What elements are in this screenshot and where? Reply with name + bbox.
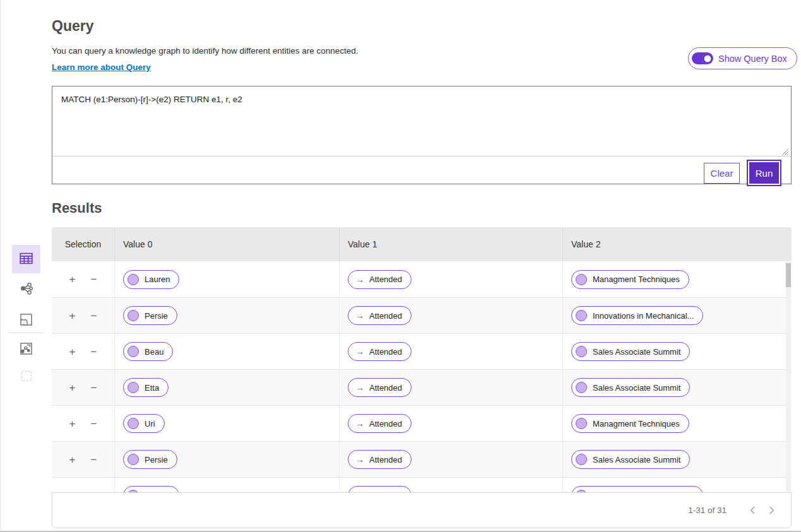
entity-label: Persie bbox=[145, 311, 168, 321]
entity-node-icon bbox=[128, 454, 139, 465]
results-table: Selection Value 0 Value 1 Value 2 + − La… bbox=[52, 227, 792, 492]
relationship-pill[interactable]: → Attended bbox=[348, 378, 412, 397]
column-header-value0: Value 0 bbox=[114, 227, 339, 261]
relationship-label: Attended bbox=[369, 455, 402, 464]
row-remove-button[interactable]: − bbox=[91, 418, 97, 429]
arrow-right-icon: → bbox=[355, 310, 364, 321]
arrow-right-icon: → bbox=[355, 418, 364, 429]
entity-node-icon bbox=[576, 418, 587, 429]
table-row: + − Persie → Attended Sales Associate Su… bbox=[52, 441, 792, 477]
relationship-pill[interactable]: → Attended bbox=[348, 270, 412, 289]
sidebar-item-link-chart-view[interactable] bbox=[12, 275, 40, 304]
entity-node-icon bbox=[128, 418, 139, 429]
sidebar-divider bbox=[8, 333, 44, 333]
arrow-right-icon: → bbox=[355, 454, 364, 464]
row-remove-button[interactable]: − bbox=[91, 310, 97, 321]
pagination-bar: 1-31 of 31 bbox=[52, 492, 792, 528]
table-row: + − Beau → Attended Sales Associate Summ… bbox=[52, 333, 792, 369]
relationship-pill[interactable]: → Attended bbox=[348, 450, 412, 469]
sidebar-item-selection-tool[interactable] bbox=[12, 363, 40, 391]
clear-button[interactable]: Clear bbox=[704, 163, 740, 184]
entity-pill[interactable]: Uri bbox=[123, 414, 165, 433]
sidebar-item-table-view[interactable] bbox=[12, 245, 40, 273]
entity-label: Beau bbox=[145, 347, 163, 357]
page-title: Query bbox=[52, 18, 93, 35]
entity-label: Persie bbox=[145, 455, 168, 464]
relationship-pill[interactable]: → Attended bbox=[348, 306, 412, 325]
row-add-button[interactable]: + bbox=[69, 310, 76, 321]
learn-more-link[interactable]: Learn more about Query bbox=[52, 62, 151, 72]
relationship-label: Attended bbox=[369, 311, 402, 321]
arrow-right-icon: → bbox=[355, 346, 364, 357]
entity-pill[interactable]: Innovations in Mechanical... bbox=[571, 486, 703, 492]
next-page-button[interactable] bbox=[762, 501, 781, 520]
relationship-pill[interactable]: → Attended bbox=[348, 486, 412, 492]
resize-handle[interactable] bbox=[781, 147, 789, 155]
relationship-label: Attended bbox=[369, 275, 402, 284]
arrow-right-icon: → bbox=[355, 275, 364, 285]
sidebar-item-map-view[interactable] bbox=[12, 306, 40, 334]
scrollbar-thumb[interactable] bbox=[786, 263, 791, 287]
table-body: + − Lauren → Attended Managment Techniqu… bbox=[52, 261, 792, 492]
results-title: Results bbox=[52, 200, 102, 216]
run-button[interactable]: Run bbox=[749, 162, 779, 184]
entity-pill[interactable]: Lauren bbox=[123, 486, 179, 492]
column-header-selection: Selection bbox=[52, 227, 114, 261]
entity-pill[interactable]: Persie bbox=[123, 450, 177, 469]
query-input[interactable]: MATCH (e1:Person)-[r]->(e2) RETURN e1, r… bbox=[52, 86, 785, 157]
map-overview-icon bbox=[20, 342, 33, 357]
show-query-box-toggle[interactable]: Show Query Box bbox=[688, 47, 797, 69]
row-remove-button[interactable]: − bbox=[91, 346, 97, 357]
entity-node-icon bbox=[128, 382, 139, 393]
row-add-button[interactable]: + bbox=[69, 454, 76, 465]
column-header-value1: Value 1 bbox=[339, 227, 562, 261]
entity-pill[interactable]: Etta bbox=[123, 378, 169, 397]
entity-pill[interactable]: Persie bbox=[123, 306, 177, 325]
query-box-divider bbox=[52, 156, 791, 157]
entity-pill[interactable]: Lauren bbox=[123, 270, 179, 289]
entity-pill[interactable]: Sales Associate Summit bbox=[571, 342, 690, 361]
table-view-icon bbox=[19, 251, 33, 268]
table-scrollbar[interactable] bbox=[786, 262, 791, 492]
entity-pill[interactable]: Sales Associate Summit bbox=[571, 450, 690, 469]
row-remove-button[interactable]: − bbox=[91, 274, 97, 285]
row-remove-button[interactable]: − bbox=[91, 382, 97, 393]
query-editor-panel: MATCH (e1:Person)-[r]->(e2) RETURN e1, r… bbox=[52, 86, 792, 184]
entity-pill[interactable]: Managment Techniques bbox=[571, 270, 689, 289]
entity-node-icon bbox=[576, 382, 587, 393]
entity-label: Sales Associate Summit bbox=[593, 455, 680, 464]
table-row: + − Lauren → Attended Innovations in Mec… bbox=[52, 477, 792, 492]
table-header-row: Selection Value 0 Value 1 Value 2 bbox=[52, 227, 792, 261]
previous-page-button[interactable] bbox=[743, 501, 762, 520]
entity-label: Sales Associate Summit bbox=[593, 347, 680, 357]
entity-pill[interactable]: Innovations in Mechanical... bbox=[571, 306, 703, 325]
row-remove-button[interactable]: − bbox=[91, 454, 97, 465]
table-row: + − Uri → Attended Managment Techniques bbox=[52, 405, 792, 441]
toggle-switch-icon bbox=[692, 52, 713, 64]
entity-label: Innovations in Mechanical... bbox=[593, 311, 694, 321]
sidebar-item-map-overview[interactable] bbox=[12, 335, 40, 364]
relationship-label: Attended bbox=[369, 347, 402, 357]
map-icon bbox=[20, 313, 33, 328]
entity-pill[interactable]: Sales Associate Summit bbox=[571, 378, 690, 397]
page-description: You can query a knowledge graph to ident… bbox=[52, 46, 359, 56]
row-add-button[interactable]: + bbox=[69, 382, 76, 393]
entity-node-icon bbox=[576, 310, 587, 321]
entity-pill[interactable]: Managment Techniques bbox=[571, 414, 689, 433]
column-header-value2: Value 2 bbox=[562, 227, 792, 261]
link-chart-icon bbox=[20, 281, 33, 297]
entity-node-icon bbox=[576, 346, 587, 357]
relationship-label: Attended bbox=[369, 383, 402, 393]
row-add-button[interactable]: + bbox=[69, 346, 76, 357]
entity-node-icon bbox=[576, 454, 587, 465]
row-add-button[interactable]: + bbox=[69, 418, 76, 429]
entity-label: Managment Techniques bbox=[593, 275, 680, 284]
relationship-pill[interactable]: → Attended bbox=[348, 342, 412, 361]
relationship-label: Attended bbox=[369, 419, 402, 429]
row-add-button[interactable]: + bbox=[69, 274, 76, 285]
entity-pill[interactable]: Beau bbox=[123, 342, 173, 361]
entity-label: Lauren bbox=[145, 275, 170, 284]
entity-node-icon bbox=[128, 274, 139, 285]
relationship-pill[interactable]: → Attended bbox=[348, 414, 412, 433]
toggle-label: Show Query Box bbox=[718, 54, 787, 64]
